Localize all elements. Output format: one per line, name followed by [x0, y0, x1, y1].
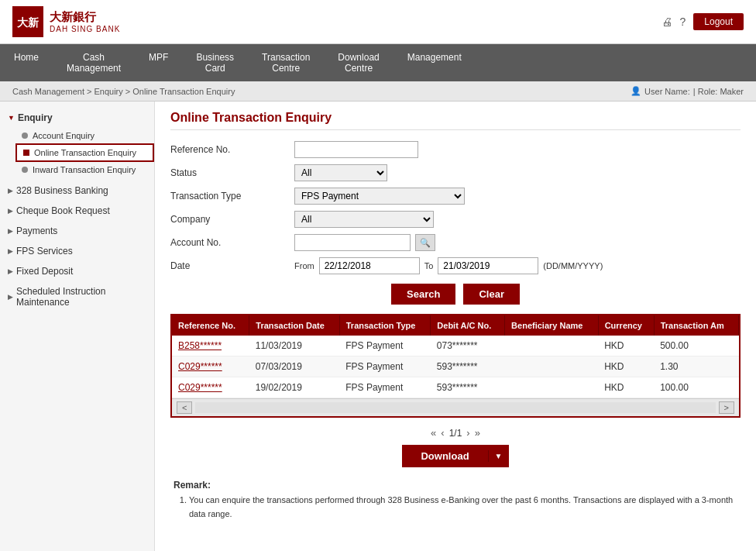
company-label: Company — [170, 214, 294, 225]
user-info: 👤 User Name: | Role: Maker — [631, 86, 744, 96]
date-from-input[interactable] — [319, 257, 420, 274]
sidebar-item-scheduled-instruction[interactable]: ▶ Scheduled Instruction Maintenance — [0, 281, 154, 312]
status-label: Status — [170, 167, 294, 178]
logo-area: 大新 大新銀行 DAH SING BANK — [12, 6, 120, 37]
cell-currency: HKD — [598, 336, 654, 356]
arrow-icon: ▶ — [8, 267, 13, 275]
sidebar-item-inward-transaction[interactable]: Inward Transaction Enquiry — [15, 162, 154, 177]
transaction-type-select[interactable]: FPS Payment Transfer Bill Payment — [294, 188, 465, 205]
breadcrumb-bar: Cash Management > Enquiry > Online Trans… — [0, 81, 756, 102]
sidebar-enquiry-header[interactable]: ▼ Enquiry — [0, 108, 154, 128]
nav-business-card[interactable]: BusinessCard — [182, 44, 248, 81]
sidebar-item-cheque-book[interactable]: ▶ Cheque Book Request — [0, 201, 154, 221]
clear-button[interactable]: Clear — [463, 284, 520, 305]
table-row: B258****** 11/03/2019 FPS Payment 073***… — [172, 336, 739, 356]
cell-currency: HKD — [598, 356, 654, 377]
account-search-icon[interactable]: 🔍 — [415, 234, 435, 251]
remark-list: You can enquire the transactions perform… — [174, 494, 737, 521]
nav-home[interactable]: Home — [0, 44, 53, 81]
cell-amount: 1.30 — [654, 356, 738, 377]
col-reference: Reference No. — [172, 315, 249, 336]
arrow-icon: ▶ — [8, 227, 13, 235]
status-select[interactable]: All Pending Approved Rejected — [294, 164, 387, 181]
trans-type-label: Transaction Type — [170, 191, 294, 201]
page-info: 1/1 — [449, 428, 462, 439]
nav-cash-management[interactable]: CashManagement — [53, 44, 135, 81]
bank-name: 大新銀行 DAH SING BANK — [50, 10, 120, 33]
nav-mpf[interactable]: MPF — [135, 44, 182, 81]
search-button[interactable]: Search — [391, 284, 455, 305]
last-page-button[interactable]: » — [475, 427, 480, 439]
nav-download-centre[interactable]: DownloadCentre — [324, 44, 393, 81]
trans-type-control: FPS Payment Transfer Bill Payment — [294, 188, 465, 205]
first-page-button[interactable]: « — [431, 427, 436, 439]
col-debit-ac: Debit A/C No. — [431, 315, 505, 336]
company-select[interactable]: All — [294, 211, 434, 228]
logout-button[interactable]: Logout — [693, 13, 744, 30]
page-title: Online Transaction Enquiry — [170, 111, 741, 130]
col-beneficiary-name: Beneficiary Name — [505, 315, 599, 336]
cell-date: 11/03/2019 — [249, 336, 339, 356]
to-label: To — [424, 261, 434, 270]
remark-section: Remark: You can enquire the transactions… — [170, 480, 741, 521]
cell-ref[interactable]: B258****** — [172, 336, 249, 356]
help-icon[interactable]: ? — [680, 15, 686, 28]
scrollbar-track[interactable] — [195, 402, 715, 413]
nav-management[interactable]: Management — [393, 44, 476, 81]
header: 大新 大新銀行 DAH SING BANK 🖨 ? Logout — [0, 0, 756, 44]
content-area: Online Transaction Enquiry Reference No.… — [155, 102, 756, 551]
form-row-ref: Reference No. — [170, 141, 741, 158]
sidebar: ▼ Enquiry Account Enquiry Online Transac… — [0, 102, 155, 551]
cell-debit: 073******* — [431, 336, 505, 356]
bank-logo-icon: 大新 — [12, 6, 43, 37]
cell-date: 19/02/2019 — [249, 377, 339, 398]
col-transaction-type: Transaction Type — [339, 315, 431, 336]
reference-input[interactable] — [294, 141, 418, 158]
cell-ref[interactable]: C029****** — [172, 377, 249, 398]
scroll-left-button[interactable]: < — [177, 401, 192, 414]
date-to-input[interactable] — [438, 257, 538, 274]
arrow-icon: ▶ — [8, 207, 13, 215]
prev-page-button[interactable]: ‹ — [441, 427, 444, 439]
results-container: Reference No. Transaction Date Transacti… — [170, 314, 741, 418]
sidebar-item-fps-services[interactable]: ▶ FPS Services — [0, 241, 154, 261]
bullet-icon — [22, 167, 28, 173]
cell-ref[interactable]: C029****** — [172, 356, 249, 377]
sidebar-item-fixed-deposit[interactable]: ▶ Fixed Deposit — [0, 261, 154, 281]
account-input[interactable] — [294, 234, 411, 251]
sidebar-item-account-enquiry[interactable]: Account Enquiry — [15, 128, 154, 143]
nav-transaction-centre[interactable]: TransactionCentre — [248, 44, 324, 81]
remark-item-1: You can enquire the transactions perform… — [189, 494, 737, 521]
cell-type: FPS Payment — [339, 336, 431, 356]
table-scroll-bar: < > — [172, 398, 739, 416]
results-table: Reference No. Transaction Date Transacti… — [172, 315, 739, 398]
main-layout: ▼ Enquiry Account Enquiry Online Transac… — [0, 102, 756, 551]
next-page-button[interactable]: › — [466, 427, 469, 439]
account-label: Account No. — [170, 237, 294, 248]
download-label: Download — [402, 450, 488, 462]
status-control: All Pending Approved Rejected — [294, 164, 387, 181]
download-dropdown-arrow[interactable]: ▼ — [489, 450, 509, 462]
search-buttons: Search Clear — [170, 284, 741, 305]
sidebar-item-payments[interactable]: ▶ Payments — [0, 221, 154, 241]
form-row-account: Account No. 🔍 — [170, 234, 741, 251]
ref-label: Reference No. — [170, 144, 294, 155]
cell-debit: 593******* — [431, 377, 505, 398]
table-row: C029****** 07/03/2019 FPS Payment 593***… — [172, 356, 739, 377]
table-row: C029****** 19/02/2019 FPS Payment 593***… — [172, 377, 739, 398]
bullet-icon — [22, 133, 28, 139]
sidebar-item-online-transaction[interactable]: Online Transaction Enquiry — [15, 143, 154, 162]
company-control: All — [294, 211, 434, 228]
ref-control — [294, 141, 418, 158]
cell-amount: 500.00 — [654, 336, 738, 356]
download-button[interactable]: Download ▼ — [402, 445, 508, 467]
enquiry-arrow-icon: ▼ — [8, 114, 15, 122]
scroll-right-button[interactable]: > — [719, 401, 734, 414]
nav-bar: Home CashManagement MPF BusinessCard Tra… — [0, 44, 756, 81]
cell-type: FPS Payment — [339, 377, 431, 398]
sidebar-item-328-banking[interactable]: ▶ 328 Business Banking — [0, 181, 154, 201]
search-form: Reference No. Status All Pending Approve… — [170, 141, 741, 274]
cell-type: FPS Payment — [339, 356, 431, 377]
cell-debit: 593******* — [431, 356, 505, 377]
print-icon[interactable]: 🖨 — [662, 15, 672, 28]
